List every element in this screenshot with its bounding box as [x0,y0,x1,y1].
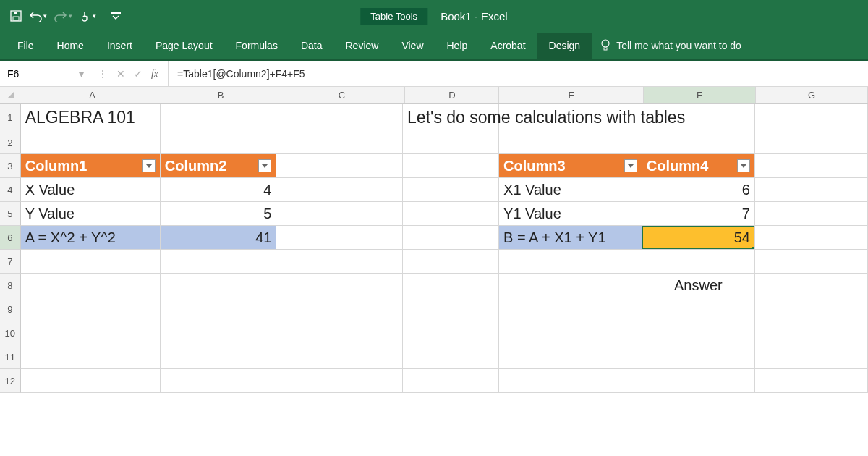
cell-C1[interactable] [276,104,403,132]
cell-D4[interactable] [403,178,499,202]
cell-F10[interactable] [642,321,755,345]
cell-C12[interactable] [276,369,403,393]
cell-C3[interactable] [276,154,403,178]
cell-B11[interactable] [161,345,277,369]
col-header-C[interactable]: C [278,87,405,103]
cell-B12[interactable] [161,369,277,393]
enter-icon[interactable]: ✓ [134,68,142,80]
cell-F2[interactable] [642,132,755,154]
col-header-A[interactable]: A [22,87,163,103]
col-header-E[interactable]: E [499,87,644,103]
redo-icon[interactable]: ▾ [54,10,72,22]
cell-A3[interactable]: Column1 [21,154,161,178]
cell-F11[interactable] [642,345,755,369]
tab-home[interactable]: Home [46,33,95,59]
cell-C5[interactable] [276,202,403,226]
tab-formulas[interactable]: Formulas [224,33,289,59]
cell-E11[interactable] [499,345,642,369]
cell-B8[interactable] [161,274,277,297]
cell-E12[interactable] [499,369,642,393]
col-header-D[interactable]: D [405,87,499,103]
filter-button[interactable] [624,159,637,172]
col-header-B[interactable]: B [163,87,279,103]
filter-button[interactable] [142,159,156,172]
row-header-6[interactable]: 6 [0,226,21,250]
row-header-1[interactable]: 1 [0,104,21,132]
cell-A6[interactable]: A = X^2 + Y^2 [21,226,161,250]
col-header-F[interactable]: F [644,87,756,103]
cell-F7[interactable] [642,250,755,274]
tab-data[interactable]: Data [289,33,334,59]
row-header-4[interactable]: 4 [0,178,21,202]
tab-page-layout[interactable]: Page Layout [144,33,224,59]
tab-review[interactable]: Review [334,33,391,59]
cancel-icon[interactable]: ✕ [116,68,125,80]
cell-D7[interactable] [403,250,499,274]
cell-G12[interactable] [755,369,868,393]
cell-C9[interactable] [276,297,403,321]
cell-A1[interactable]: ALGEBRA 101 [21,104,161,132]
row-header-7[interactable]: 7 [0,250,21,274]
cell-B7[interactable] [161,250,277,274]
cell-A5[interactable]: Y Value [21,202,161,226]
cell-A7[interactable] [21,250,161,274]
cell-G9[interactable] [755,297,868,321]
row-header-2[interactable]: 2 [0,132,21,154]
cell-E8[interactable] [499,274,642,297]
tab-insert[interactable]: Insert [95,33,144,59]
cell-A12[interactable] [21,369,161,393]
cell-D8[interactable] [403,274,499,297]
tab-design[interactable]: Design [537,33,592,59]
formula-input[interactable]: =Table1[@Column2]+F4+F5 [169,68,868,80]
tab-help[interactable]: Help [435,33,480,59]
name-box-input[interactable] [6,67,59,80]
cell-A10[interactable] [21,321,161,345]
cell-D2[interactable] [403,132,499,154]
touch-mode-icon[interactable]: ▾ [80,10,96,22]
cell-D9[interactable] [403,297,499,321]
cell-C2[interactable] [276,132,403,154]
cell-D12[interactable] [403,369,499,393]
cell-B1[interactable] [161,104,277,132]
row-header-12[interactable]: 12 [0,369,21,393]
tab-file[interactable]: File [6,33,46,59]
row-header-11[interactable]: 11 [0,345,21,369]
cell-B10[interactable] [161,321,277,345]
cell-G11[interactable] [755,345,868,369]
cell-B5[interactable]: 5 [161,202,277,226]
cell-F3[interactable]: Column4 [642,154,755,178]
cell-C4[interactable] [276,178,403,202]
customize-qat-icon[interactable] [111,12,121,20]
cell-B3[interactable]: Column2 [161,154,277,178]
cell-B9[interactable] [161,297,277,321]
tell-me-search[interactable]: Tell me what you want to do [600,39,741,53]
cell-D1[interactable]: Let's do some calculations with tables [403,104,499,132]
cell-E6[interactable]: B = A + X1 + Y1 [499,226,642,250]
row-header-3[interactable]: 3 [0,154,21,178]
cell-C8[interactable] [276,274,403,297]
cell-D6[interactable] [403,226,499,250]
cell-E1[interactable] [499,104,642,132]
cell-A8[interactable] [21,274,161,297]
cell-F5[interactable]: 7 [642,202,755,226]
cell-D10[interactable] [403,321,499,345]
cell-D3[interactable] [403,154,499,178]
cell-G5[interactable] [755,202,868,226]
expand-bar-icon[interactable]: ⋮ [98,68,108,80]
cell-G2[interactable] [755,132,868,154]
select-all-corner[interactable] [0,87,22,103]
cell-G8[interactable] [755,274,868,297]
save-icon[interactable] [10,10,22,22]
cell-A11[interactable] [21,345,161,369]
name-box[interactable]: ▾ [0,61,90,86]
col-header-G[interactable]: G [756,87,868,103]
cell-F8[interactable]: Answer [642,274,755,297]
cell-F12[interactable] [642,369,755,393]
row-header-9[interactable]: 9 [0,297,21,321]
tab-view[interactable]: View [390,33,435,59]
row-header-5[interactable]: 5 [0,202,21,226]
cell-E3[interactable]: Column3 [499,154,642,178]
cell-C10[interactable] [276,321,403,345]
cell-E10[interactable] [499,321,642,345]
cell-C6[interactable] [276,226,403,250]
